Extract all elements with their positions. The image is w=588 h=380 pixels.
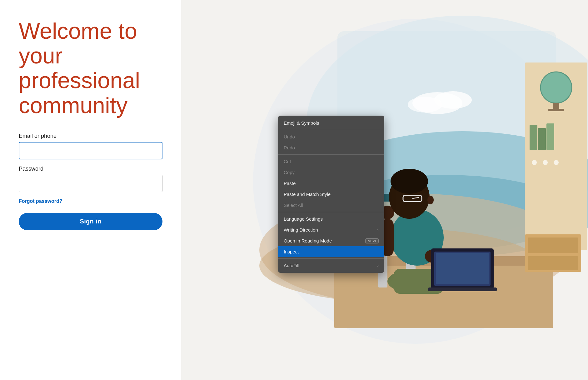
context-menu-item-autofill[interactable]: AutoFill › bbox=[278, 260, 384, 271]
email-input[interactable] bbox=[19, 142, 162, 159]
left-panel: Welcome to your professional community E… bbox=[0, 0, 181, 380]
context-menu-item-inspect[interactable]: Inspect bbox=[278, 246, 384, 257]
sign-in-button[interactable]: Sign in bbox=[19, 213, 162, 230]
context-menu-item-cut: Cut bbox=[278, 156, 384, 167]
welcome-title: Welcome to your professional community bbox=[19, 19, 162, 118]
context-menu: Emoji & Symbols Undo Redo Cut Copy Past bbox=[278, 116, 384, 273]
form-section: Email or phone Password Forgot password?… bbox=[19, 133, 162, 230]
separator-1 bbox=[278, 130, 384, 130]
forgot-password-link[interactable]: Forgot password? bbox=[19, 198, 162, 204]
context-menu-item-writing-direction[interactable]: Writing Direction › bbox=[278, 224, 384, 235]
context-menu-item-redo: Redo bbox=[278, 142, 384, 153]
svg-point-41 bbox=[427, 196, 434, 204]
svg-rect-18 bbox=[538, 128, 546, 150]
separator-3 bbox=[278, 212, 384, 212]
svg-rect-17 bbox=[530, 125, 537, 150]
svg-rect-16 bbox=[548, 109, 564, 111]
context-menu-item-paste-match[interactable]: Paste and Match Style bbox=[278, 189, 384, 200]
chevron-right-icon: › bbox=[377, 228, 379, 232]
separator-4 bbox=[278, 258, 384, 259]
chevron-right-autofill-icon: › bbox=[377, 263, 379, 268]
svg-point-20 bbox=[532, 160, 537, 165]
password-input[interactable] bbox=[19, 175, 162, 192]
svg-point-5 bbox=[408, 97, 442, 112]
svg-rect-24 bbox=[528, 238, 578, 253]
svg-rect-45 bbox=[428, 288, 497, 291]
context-menu-item-paste[interactable]: Paste bbox=[278, 178, 384, 189]
context-menu-item-reading-mode[interactable]: Open in Reading Mode NEW bbox=[278, 235, 384, 246]
svg-point-38 bbox=[391, 169, 428, 194]
context-menu-item-undo: Undo bbox=[278, 131, 384, 142]
right-panel: Emoji & Symbols Undo Redo Cut Copy Past bbox=[181, 0, 588, 380]
svg-rect-15 bbox=[553, 103, 559, 109]
svg-rect-44 bbox=[436, 253, 489, 284]
password-label: Password bbox=[19, 166, 162, 172]
separator-2 bbox=[278, 154, 384, 155]
context-menu-item-emoji-symbols[interactable]: Emoji & Symbols bbox=[278, 118, 384, 128]
new-badge: NEW bbox=[365, 238, 379, 243]
context-menu-item-select-all: Select All bbox=[278, 200, 384, 211]
email-label: Email or phone bbox=[19, 133, 162, 139]
svg-rect-19 bbox=[546, 123, 554, 150]
context-menu-item-language-settings[interactable]: Language Settings bbox=[278, 213, 384, 224]
page-wrapper: Welcome to your professional community E… bbox=[0, 0, 588, 380]
illustration bbox=[181, 0, 588, 380]
svg-point-21 bbox=[543, 160, 548, 165]
svg-point-22 bbox=[554, 160, 559, 165]
svg-rect-25 bbox=[528, 256, 578, 270]
context-menu-item-copy: Copy bbox=[278, 167, 384, 178]
